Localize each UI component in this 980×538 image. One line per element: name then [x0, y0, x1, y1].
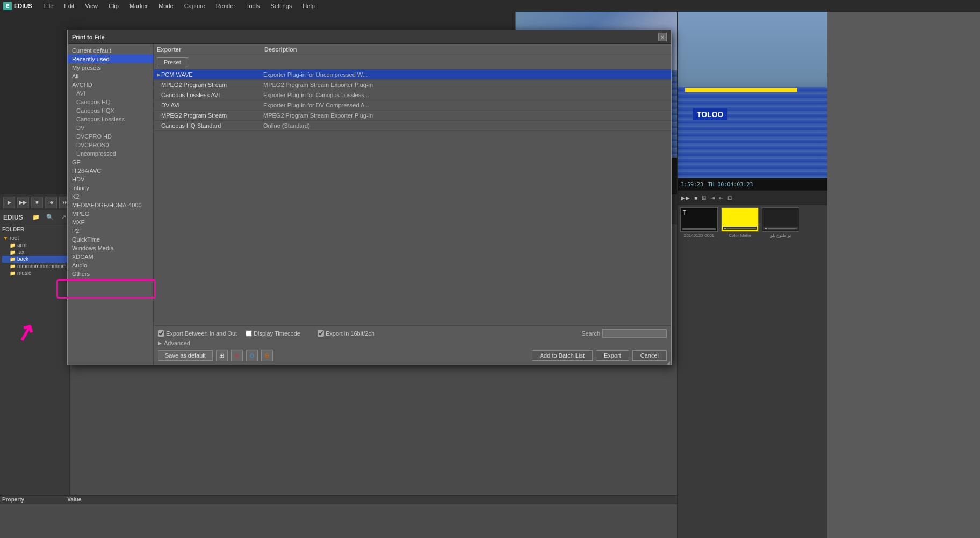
rt-mark2[interactable]: ⇤ [717, 194, 725, 202]
menu-settings[interactable]: Settings [269, 2, 294, 10]
cat-quicktime[interactable]: QuickTime [68, 235, 153, 244]
advanced-label[interactable]: Advanced [164, 340, 190, 346]
menu-edit[interactable]: Edit [62, 2, 76, 10]
menu-mode[interactable]: Mode [156, 2, 176, 10]
app-logo: E EDIUS [3, 2, 32, 10]
rt-frame[interactable]: ⊞ [700, 194, 708, 202]
exporter-row-canopus-lossless[interactable]: Canopus Lossless AVI Exporter Plug-in fo… [154, 90, 671, 100]
menu-tools[interactable]: Tools [244, 2, 262, 10]
rt-mark[interactable]: ⇥ [709, 194, 716, 202]
stop-btn[interactable]: ■ [31, 197, 43, 208]
export-16bit-option[interactable]: Export in 16bit/2ch [318, 330, 374, 337]
right-clip-1[interactable]: T 20140120-0001 [680, 207, 718, 238]
cat-avchd[interactable]: AVCHD [68, 81, 153, 89]
right-transport: ▶▶ ■ ⊞ ⇥ ⇤ ⊡ [678, 190, 827, 205]
cat-k2[interactable]: K2 [68, 192, 153, 201]
display-timecode-option[interactable]: Display Timecode [246, 330, 300, 337]
export-16bit-checkbox[interactable] [318, 330, 324, 337]
app-name: EDIUS [14, 3, 32, 9]
menu-file[interactable]: File [42, 2, 56, 10]
prev-btn[interactable]: ⏮ [45, 197, 57, 208]
folder-back[interactable]: 📁 back [2, 256, 67, 263]
folder-mmm[interactable]: 📁 mmmmmmmmmmm [2, 263, 67, 270]
display-timecode-label: Display Timecode [254, 330, 300, 337]
exporter-row-dv-avi[interactable]: DV AVI Exporter Plug-in for DV Compresse… [154, 100, 671, 111]
save-as-default-button[interactable]: Save as default [158, 350, 213, 361]
cat-my-presets[interactable]: My presets [68, 63, 153, 72]
cat-mxf[interactable]: MXF [68, 218, 153, 227]
search-btn[interactable]: 🔍 [45, 212, 55, 223]
folder-root[interactable]: ▼ root [2, 235, 67, 242]
cat-canopus-lossless[interactable]: Canopus Lossless [68, 115, 153, 123]
cat-uncompressed[interactable]: Uncompressed [68, 149, 153, 158]
exporter-row-mpeg2-2[interactable]: MPEG2 Program Stream MPEG2 Program Strea… [154, 111, 671, 121]
icon-btn-2[interactable]: ✕ [231, 350, 243, 361]
exporter-row-mpeg2-1[interactable]: MPEG2 Program Stream MPEG2 Program Strea… [154, 80, 671, 90]
cat-hdv[interactable]: HDV [68, 175, 153, 184]
menu-render[interactable]: Render [214, 2, 237, 10]
cat-dvcpro-hd[interactable]: DVCPRO HD [68, 132, 153, 141]
add-to-batch-button[interactable]: Add to Batch List [532, 350, 593, 361]
cancel-button[interactable]: Cancel [632, 350, 667, 361]
right-clip-2[interactable]: ⏺ Color Matte [720, 207, 759, 238]
export-between-label: Export Between In and Out [166, 330, 237, 337]
cat-mpeg[interactable]: MPEG [68, 209, 153, 218]
cat-all[interactable]: All [68, 72, 153, 81]
fast-fwd-btn[interactable]: ▶▶ [17, 197, 29, 208]
action-row: Save as default ⊞ ✕ ⚙ ⚙ Add to Batch Lis… [158, 350, 667, 361]
exp-desc-pcm: Exporter Plug-in for Uncompressed W... [263, 71, 668, 78]
menu-clip[interactable]: Clip [106, 2, 121, 10]
menu-view[interactable]: View [83, 2, 100, 10]
menu-help[interactable]: Help [300, 2, 317, 10]
cat-p2[interactable]: P2 [68, 227, 153, 235]
exporter-row-pcm[interactable]: ▶ PCM WAVE Exporter Plug-in for Uncompre… [154, 70, 671, 80]
right-action-buttons: Add to Batch List Export Cancel [532, 350, 667, 361]
dialog-close-button[interactable]: × [658, 33, 667, 41]
cat-current-default[interactable]: Current default [68, 46, 153, 55]
rt-extra[interactable]: ⊡ [726, 194, 733, 202]
folder-ax[interactable]: 📁 .ax [2, 249, 67, 256]
cat-recently-used[interactable]: Recently used [68, 55, 153, 63]
exporter-row-canopus-hq[interactable]: Canopus HQ Standard Online (Standard) [154, 121, 671, 131]
property-col-header: Property [2, 497, 24, 503]
cat-avi[interactable]: AVI [68, 89, 153, 98]
cat-audio[interactable]: Audio [68, 261, 153, 270]
cat-xdcam[interactable]: XDCAM [68, 252, 153, 261]
edius-label: EDIUS [3, 214, 23, 221]
menu-bar: E EDIUS File Edit View Clip Marker Mode … [0, 0, 980, 12]
cat-others[interactable]: Others [68, 270, 153, 278]
rt-play[interactable]: ▶▶ [680, 194, 691, 202]
preset-button[interactable]: Preset [157, 57, 188, 67]
exporter-col-header: Exporter [157, 46, 264, 53]
export-between-checkbox[interactable] [158, 330, 164, 337]
menu-marker[interactable]: Marker [127, 2, 150, 10]
right-clip-3[interactable]: ⏺ نو طلوع بلو [761, 207, 800, 238]
icon-btn-3[interactable]: ⚙ [246, 350, 258, 361]
rt-stop[interactable]: ■ [693, 194, 699, 202]
new-bin-btn[interactable]: 📁 [31, 212, 41, 223]
cat-canopus-hq[interactable]: Canopus HQ [68, 98, 153, 106]
cat-h264[interactable]: H.264/AVC [68, 166, 153, 175]
cat-canopus-hqx[interactable]: Canopus HQX [68, 106, 153, 115]
dialog-bottom: Export Between In and Out Display Timeco… [154, 325, 671, 365]
cat-windows-media[interactable]: Windows Media [68, 244, 153, 252]
dialog-resize-handle[interactable]: ◢ [667, 360, 671, 365]
cat-dvcpros0[interactable]: DVCPROS0 [68, 141, 153, 149]
right-clip-name-2: Color Matte [721, 233, 759, 238]
display-timecode-checkbox[interactable] [246, 330, 252, 337]
folder-label: FOLDER [2, 227, 67, 232]
play-btn[interactable]: ▶ [3, 197, 15, 208]
folder-arm[interactable]: 📁 arm [2, 242, 67, 249]
cat-gf[interactable]: GF [68, 158, 153, 166]
folder-music[interactable]: 📁 music [2, 270, 67, 277]
search-input[interactable] [602, 329, 667, 338]
cat-dv[interactable]: DV [68, 123, 153, 132]
cat-infinity[interactable]: Infinity [68, 184, 153, 192]
export-between-option[interactable]: Export Between In and Out [158, 330, 237, 337]
icon-btn-1[interactable]: ⊞ [216, 350, 228, 361]
cat-mediaedge[interactable]: MEDIAEDGE/HDMA-4000 [68, 201, 153, 209]
export-button[interactable]: Export [596, 350, 629, 361]
menu-capture[interactable]: Capture [182, 2, 207, 10]
right-preview: TOLOO [678, 12, 827, 178]
icon-btn-4[interactable]: ⚙ [261, 350, 273, 361]
